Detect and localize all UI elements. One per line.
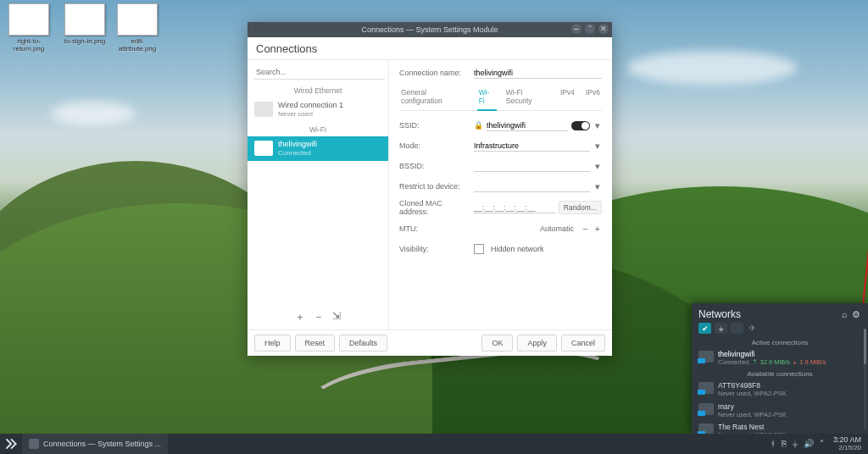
hidden-network-checkbox[interactable] [474,244,484,254]
network-row[interactable]: ATT6Y498F8Never used, WPA2-PSK [692,379,868,400]
add-connection-button[interactable]: ＋ [295,310,305,324]
group-header-wired: Wired Ethernet [248,83,388,97]
ssid-input[interactable] [487,120,568,131]
system-tray: ᚼ ⎘ ⏚ 🔊 ˄ 3:20 AM 2/15/20 [764,436,868,451]
filter-connected[interactable]: ✔ [698,323,711,334]
connection-details-panel: Connection name: General configuration W… [389,60,612,329]
help-button[interactable]: Help [254,335,291,352]
volume-icon[interactable]: 🔊 [804,439,814,448]
filter-wifi[interactable]: ⏚ [715,323,727,334]
taskbar-task[interactable]: Connections — System Settings ... [22,434,169,454]
bssid-dropdown[interactable]: ▾ [593,161,602,172]
connection-list-panel: Wired Ethernet Wired connection 1 Never … [248,60,389,329]
ssid-label: SSID: [399,121,474,130]
clipboard-icon[interactable]: ⎘ [782,439,787,448]
tab-ipv6[interactable]: IPv6 [584,86,602,110]
tab-wifi[interactable]: Wi-Fi [477,86,497,111]
wifi-icon [698,351,714,363]
connections-window: Connections — System Settings Module ‒ ˄… [248,22,612,356]
tab-ipv4[interactable]: IPv4 [559,86,576,110]
mode-label: Mode: [399,141,474,150]
ssid-visibility-toggle[interactable] [571,121,590,130]
wifi-icon [254,141,273,156]
hidden-network-label: Hidden network [491,245,544,253]
dialog-footer: Help Reset Defaults OK Apply Cancel [248,329,612,356]
available-networks-list: ATT6Y498F8Never used, WPA2-PSK maryNever… [692,379,868,434]
ok-button[interactable]: OK [481,335,513,352]
bssid-label: BSSID: [399,162,474,170]
lock-icon: 🔒 [474,121,483,130]
restrict-device-input[interactable] [474,181,590,192]
window-close-button[interactable]: ✕ [598,24,609,34]
defaults-button[interactable]: Defaults [339,335,387,352]
mode-select[interactable] [474,141,590,152]
filter-wired[interactable] [731,323,743,334]
networks-popup: Networks ⌕ ⚙ ✔ ⏚ ✈ Active connections th… [692,303,868,434]
desktop-file-icon[interactable]: to-sign-in.png [61,3,108,45]
tab-wifi-security[interactable]: Wi-Fi Security [504,86,551,110]
mtu-increase[interactable]: + [593,224,602,234]
gear-icon[interactable]: ⚙ [850,309,861,320]
window-title: Connections — System Settings Module [361,25,498,34]
clock-date: 2/15/20 [833,445,861,451]
airplane-mode-icon[interactable]: ✈ [747,323,758,334]
mtu-label: MTU: [399,224,474,233]
connection-name-label: Connection name: [399,69,474,77]
page-title: Connections [248,37,612,60]
wifi-signal-icon: ⏚ [719,324,723,333]
network-row-active[interactable]: thelivingwifi Connected, ⇡ 32.9 MiB/s ⇣ … [692,348,868,368]
wifi-icon [698,382,714,394]
connection-name-input[interactable] [474,68,602,79]
ssid-dropdown[interactable]: ▾ [593,120,602,131]
connection-item-wifi-selected[interactable]: thelivingwifi Connected [248,136,388,161]
network-tray-icon[interactable]: ⏚ [793,439,798,448]
random-mac-button[interactable]: Random... [559,201,602,214]
networks-title: Networks [698,308,839,320]
taskbar-task-label: Connections — System Settings ... [43,440,161,448]
taskbar: Connections — System Settings ... ᚼ ⎘ ⏚ … [0,434,868,454]
restrict-device-dropdown[interactable]: ▾ [593,181,602,192]
cloned-mac-input[interactable] [474,202,555,213]
window-maximize-button[interactable]: ˄ [585,24,595,34]
active-section-header: Active connections [692,337,868,348]
cloned-mac-label: Cloned MAC address: [399,199,474,216]
chevron-up-icon[interactable]: ˄ [820,439,824,448]
scrollbar[interactable] [864,329,866,430]
apply-button[interactable]: Apply [517,335,557,352]
bluetooth-icon[interactable]: ᚼ [771,439,776,448]
mtu-value: Automatic [540,224,574,233]
window-minimize-button[interactable]: ‒ [571,24,581,34]
search-icon[interactable]: ⌕ [839,309,850,320]
group-header-wifi: Wi-Fi [248,122,388,136]
desktop-file-icon[interactable]: edit-attribute.png [114,3,161,53]
start-menu-button[interactable] [0,434,22,454]
window-titlebar[interactable]: Connections — System Settings Module ‒ ˄… [248,22,612,37]
visibility-label: Visibility: [399,245,474,253]
settings-tabs: General configuration Wi-Fi Wi-Fi Securi… [399,86,602,111]
remove-connection-button[interactable]: － [314,310,324,324]
wifi-icon [698,403,714,415]
restrict-device-label: Restrict to device: [399,182,474,191]
desktop-file-icon[interactable]: right-to-return.png [5,3,53,53]
available-section-header: Available connections [692,368,868,379]
clock[interactable]: 3:20 AM 2/15/20 [830,436,861,451]
kde-logo-icon [5,438,17,450]
ethernet-icon [254,102,273,117]
network-row[interactable]: The Rats NestNever used, WPA2-PSK [692,421,868,434]
wifi-icon [698,424,714,434]
connection-item-wired[interactable]: Wired connection 1 Never used [248,97,388,122]
reset-button[interactable]: Reset [295,335,336,352]
network-row[interactable]: maryNever used, WPA2-PSK [692,401,868,421]
window-icon [29,439,39,449]
mode-dropdown[interactable]: ▾ [593,141,602,152]
bssid-input[interactable] [474,161,590,172]
tab-general[interactable]: General configuration [399,86,470,110]
cancel-button[interactable]: Cancel [561,335,605,352]
search-input[interactable] [254,65,385,80]
mtu-decrease[interactable]: − [581,224,589,234]
export-connection-button[interactable]: ⇲ [332,310,341,324]
